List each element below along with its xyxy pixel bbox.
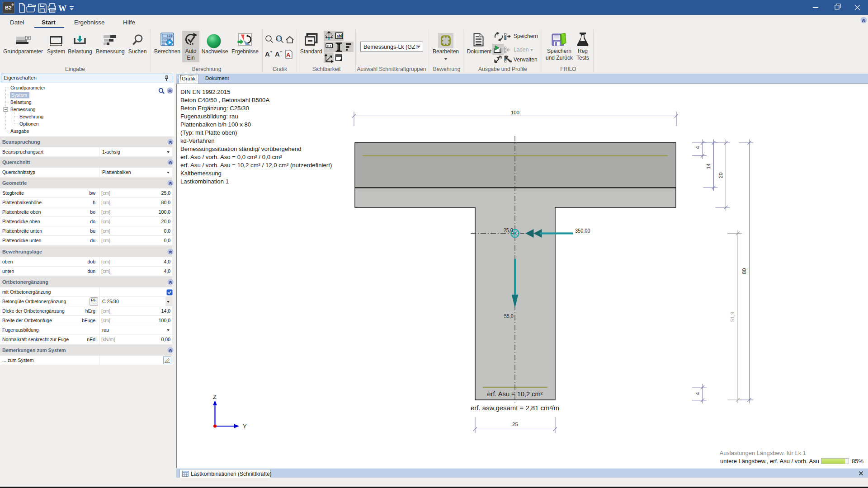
svg-text:123: 123 bbox=[167, 34, 172, 38]
svg-text:100: 100 bbox=[511, 110, 519, 115]
svg-text:25: 25 bbox=[512, 422, 518, 427]
svg-text:untere Längsbew., erf. Asu / v: untere Längsbew., erf. Asu / vorh. Asu bbox=[720, 458, 819, 465]
svg-text:erf. Asu / vorh. Asu = 10,2 cm: erf. Asu / vorh. Asu = 10,2 cm² / 12,0 c… bbox=[180, 162, 332, 169]
svg-text:55,0: 55,0 bbox=[504, 313, 514, 319]
svg-text:erf. asw,gesamt = 2,81 cm²/m: erf. asw,gesamt = 2,81 cm²/m bbox=[471, 404, 559, 412]
svg-text:DIN EN 1992:2015: DIN EN 1992:2015 bbox=[180, 89, 231, 95]
svg-text:25,0: 25,0 bbox=[504, 227, 513, 234]
svg-text:Kaltbemessung: Kaltbemessung bbox=[180, 170, 222, 177]
svg-text:(Typ: mit Platte oben): (Typ: mit Platte oben) bbox=[180, 129, 237, 136]
svg-text:51,9: 51,9 bbox=[730, 312, 735, 322]
svg-text:W: W bbox=[58, 4, 66, 13]
svg-text:Bemessungssituation ständig/ v: Bemessungssituation ständig/ vorübergehe… bbox=[180, 145, 302, 152]
svg-text:350,00: 350,00 bbox=[575, 227, 590, 234]
svg-text:A: A bbox=[275, 50, 280, 58]
svg-text:4: 4 bbox=[695, 146, 700, 149]
svg-text:85%: 85% bbox=[852, 458, 863, 465]
svg-text:Beton C40/50 , Betonstahl B500: Beton C40/50 , Betonstahl B500A bbox=[180, 97, 269, 103]
svg-text:erf. Aso / vorh. Aso = 0,0 cm²: erf. Aso / vorh. Aso = 0,0 cm² / 0,0 cm² bbox=[180, 154, 282, 160]
svg-text:kd-Verfahren: kd-Verfahren bbox=[180, 137, 215, 144]
svg-text:14: 14 bbox=[706, 163, 711, 169]
svg-text:Z: Z bbox=[213, 394, 217, 400]
svg-text:20: 20 bbox=[718, 173, 723, 178]
svg-text:80: 80 bbox=[741, 268, 747, 274]
svg-text:Lastkombination 1: Lastkombination 1 bbox=[180, 178, 229, 185]
svg-text:Beton Ergänzung: C25/30: Beton Ergänzung: C25/30 bbox=[180, 105, 249, 112]
svg-text:A: A bbox=[265, 50, 270, 58]
svg-text:Plattenbalken b/h 100 x 80: Plattenbalken b/h 100 x 80 bbox=[180, 121, 251, 128]
svg-text:Auslastungen Längsbew. für Lk: Auslastungen Längsbew. für Lk 1 bbox=[719, 450, 806, 456]
svg-text:abl: abl bbox=[337, 34, 342, 38]
svg-text:+: + bbox=[270, 50, 272, 54]
svg-text:4: 4 bbox=[695, 392, 700, 395]
svg-text:−: − bbox=[280, 50, 283, 54]
svg-text:erf. Asu = 10,2 cm²: erf. Asu = 10,2 cm² bbox=[487, 390, 543, 398]
svg-text:Fugenausbildung: rau: Fugenausbildung: rau bbox=[180, 113, 238, 120]
svg-text:Y: Y bbox=[243, 423, 247, 430]
